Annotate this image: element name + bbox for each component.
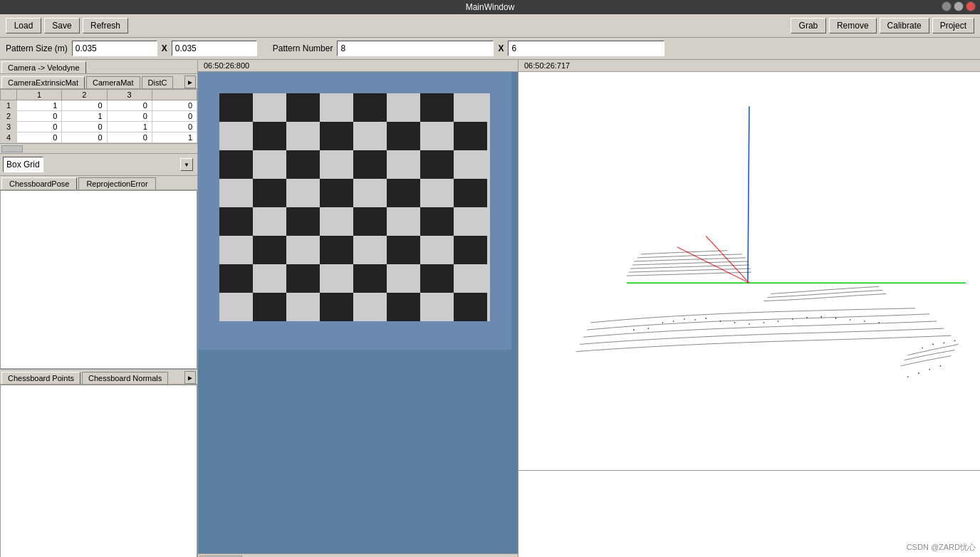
svg-point-49 [792,318,793,320]
tab-camera-extrinsic[interactable]: CameraExtrinsicMat [1,76,85,88]
cell-c4: 0 [152,111,197,122]
cell-c2: 0 [62,100,107,111]
minimize-button[interactable] [942,1,952,11]
select-arrow-icon: ▼ [180,158,193,171]
svg-point-54 [864,321,865,322]
maximize-button[interactable] [954,1,964,11]
svg-rect-10 [219,150,253,179]
svg-point-51 [820,316,822,318]
toolbar-right: Grab Remove Calibrate Project [791,18,974,33]
camera-timestamp: 06:50:26:800 [198,60,518,72]
matrix-tab-strip: CameraExtrinsicMat CameraMat DistC ► [0,74,197,89]
grab-button[interactable]: Grab [791,18,826,33]
row-header: 4 [1,132,17,143]
row-header: 1 [1,100,17,111]
col-header-1: 1 [17,90,62,100]
refresh-button[interactable]: Refresh [83,18,128,33]
svg-point-39 [662,322,664,323]
svg-rect-9 [454,122,487,150]
svg-point-58 [922,348,923,349]
svg-rect-5 [420,93,454,122]
box-grid-row: Box Grid ▼ [0,153,197,176]
svg-rect-15 [320,179,353,207]
bottom-tab-scroll[interactable]: ► [184,371,196,384]
image-panel: 06:50:26:800 [198,60,518,557]
pattern-row: Pattern Size (m) X Pattern Number X [0,38,980,60]
x-separator-1: X [162,43,167,53]
matrix-scrollbar[interactable] [0,143,197,153]
svg-rect-23 [320,236,353,264]
view3d-panel: 06:50:26:717 [518,60,980,557]
svg-point-47 [763,322,764,323]
cell-c1: 1 [17,100,62,111]
cell-c1: 0 [17,122,62,132]
svg-rect-29 [420,264,454,293]
cell-c2: 1 [62,111,107,122]
col-header-blank [1,90,17,100]
svg-point-64 [929,369,930,370]
svg-rect-19 [286,207,320,236]
pose-content [0,190,197,369]
calibrate-button[interactable]: Calibrate [880,18,929,33]
camera-velodyne-tab[interactable]: Camera -> Velodyne [1,61,86,73]
matrix-tab-scroll[interactable]: ► [184,76,196,88]
svg-rect-31 [320,293,353,321]
close-button[interactable] [966,1,976,11]
svg-point-65 [940,365,942,367]
svg-point-40 [673,321,674,322]
right-top: 06:50:26:800 [198,60,980,557]
svg-rect-2 [219,93,253,122]
svg-rect-28 [353,264,387,293]
load-button[interactable]: Load [6,18,41,33]
svg-rect-33 [454,293,487,321]
svg-rect-16 [387,179,420,207]
svg-rect-32 [387,293,420,321]
svg-point-57 [647,328,649,329]
image-scrollbar[interactable] [198,553,518,557]
tab-dist-c[interactable]: DistC [142,76,174,88]
tab-chessboard-pose[interactable]: ChessboardPose [1,177,77,189]
svg-rect-17 [454,179,487,207]
box-grid-select[interactable]: Box Grid [3,157,43,172]
svg-rect-26 [219,264,253,293]
cell-c3: 0 [107,100,152,111]
svg-point-43 [705,318,707,319]
pattern-number-label: Pattern Number [273,43,333,53]
pattern-number-y-input[interactable] [508,41,664,56]
row-header: 3 [1,122,17,132]
watermark: CSDN @ZARD忧心 [907,542,976,553]
cell-c3: 0 [107,111,152,122]
svg-rect-18 [219,207,253,236]
svg-rect-20 [353,207,387,236]
matrix-area: 1 2 3 1 1 0 0 0 2 0 1 0 0 [0,89,197,143]
toolbar: Load Save Refresh Grab Remove Calibrate … [0,14,980,38]
svg-point-41 [684,318,685,320]
svg-point-63 [918,373,919,374]
svg-rect-12 [353,150,387,179]
project-button[interactable]: Project [932,18,974,33]
matrix-scrollbar-thumb[interactable] [1,145,23,152]
svg-rect-6 [253,122,286,150]
svg-rect-27 [286,264,320,293]
remove-button[interactable]: Remove [829,18,877,33]
svg-rect-22 [253,236,286,264]
pattern-size-y-input[interactable] [172,41,257,56]
save-button[interactable]: Save [44,18,80,33]
box-grid-wrapper: Box Grid ▼ [3,157,194,172]
pattern-size-x-input[interactable] [72,41,157,56]
table-row: 1 1 0 0 0 [1,100,197,111]
col-header-4 [152,90,197,100]
tab-chessboard-normals[interactable]: Chessboard Normals [82,372,168,384]
cell-c4: 1 [152,132,197,143]
table-row: 4 0 0 0 1 [1,132,197,143]
svg-rect-11 [286,150,320,179]
tab-chessboard-points[interactable]: Chessboard Points [1,372,80,384]
tab-reprojection-error[interactable]: ReprojectionError [78,177,155,189]
cell-c2: 0 [62,132,107,143]
window-title: MainWindow [466,2,515,12]
pattern-number-input[interactable] [337,41,494,56]
table-row: 3 0 0 1 0 [1,122,197,132]
cell-c2: 0 [62,122,107,132]
svg-point-48 [778,321,779,322]
tab-camera-mat[interactable]: CameraMat [86,76,140,88]
